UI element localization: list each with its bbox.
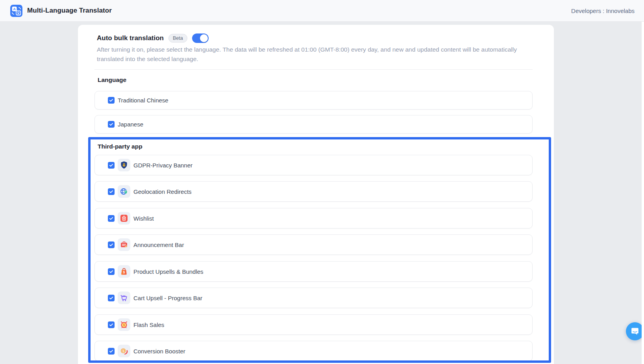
app-row-announcement-bar[interactable]: Announcement Bar	[94, 234, 533, 255]
checkbox-checked-icon[interactable]	[108, 97, 115, 104]
checkbox-checked-icon[interactable]	[108, 268, 115, 275]
shield-lock-icon	[118, 159, 130, 171]
translate-icon: A	[10, 5, 22, 17]
toggle-knob	[200, 34, 208, 42]
language-row-traditional-chinese[interactable]: Traditional Chinese	[94, 91, 533, 110]
app-row-product-upsells-bundles[interactable]: $ Product Upsells & Bundles	[94, 261, 533, 282]
svg-text:$: $	[123, 323, 125, 327]
app-row-wishlist[interactable]: Wishlist	[94, 208, 533, 228]
app-label: GDPR-Privacy Banner	[133, 162, 192, 169]
language-heading: Language	[98, 76, 126, 84]
third-party-heading: Third-party app	[98, 143, 142, 150]
checkbox-checked-icon[interactable]	[108, 162, 115, 169]
language-label: Japanese	[118, 121, 143, 128]
app-label: Cart Upsell - Progress Bar	[133, 295, 202, 301]
auto-bulk-title: Auto bulk translation	[97, 34, 164, 42]
checkbox-checked-icon[interactable]	[108, 348, 115, 355]
app-header: A Multi-Language Translator Developers :…	[0, 0, 644, 22]
checkbox-checked-icon[interactable]	[108, 321, 115, 328]
page-title: Multi-Language Translator	[27, 7, 112, 15]
vertical-scrollbar[interactable]	[642, 22, 644, 364]
app-label: Announcement Bar	[133, 241, 184, 248]
app-row-gdpr-privacy-banner[interactable]: GDPR-Privacy Banner	[94, 155, 533, 175]
upsell-bag-icon: $	[118, 265, 130, 278]
auto-bulk-title-row: Auto bulk translation Beta	[97, 33, 209, 43]
svg-text:$: $	[122, 349, 124, 353]
wishlist-bag-icon	[118, 212, 130, 225]
auto-bulk-description: After turning it on, please select the l…	[97, 45, 533, 64]
alarm-clock-icon: $	[118, 318, 130, 331]
app-label: Wishlist	[133, 215, 154, 222]
auto-bulk-toggle[interactable]	[192, 33, 209, 43]
globe-pin-icon	[118, 185, 130, 198]
beta-badge: Beta	[168, 34, 187, 43]
language-row-japanese[interactable]: Japanese	[94, 115, 533, 134]
messenger-icon	[630, 327, 640, 336]
checkbox-checked-icon[interactable]	[108, 215, 115, 222]
checkbox-checked-icon[interactable]	[108, 121, 115, 128]
app-label: Conversion Booster	[133, 348, 185, 355]
language-label: Traditional Chinese	[118, 97, 168, 104]
announcement-icon	[118, 238, 130, 251]
coin-boost-icon: $	[118, 345, 130, 357]
settings-card: Auto bulk translation Beta After turning…	[78, 25, 554, 364]
cart-icon	[118, 292, 130, 304]
account-label: Developers : Innovelabs	[571, 7, 635, 14]
checkbox-checked-icon[interactable]	[108, 295, 115, 301]
app-label: Flash Sales	[133, 321, 164, 328]
section-divider	[94, 69, 533, 70]
app-row-geolocation-redirects[interactable]: Geolocation Redirects	[94, 181, 533, 202]
checkbox-checked-icon[interactable]	[108, 188, 115, 195]
svg-text:A: A	[13, 7, 16, 11]
app-label: Geolocation Redirects	[133, 188, 192, 195]
app-row-flash-sales[interactable]: $ Flash Sales	[94, 314, 533, 335]
app-row-conversion-booster[interactable]: $ Conversion Booster	[94, 341, 533, 361]
checkbox-checked-icon[interactable]	[108, 241, 115, 248]
svg-text:$: $	[123, 270, 125, 274]
app-label: Product Upsells & Bundles	[133, 268, 204, 275]
app-row-cart-upsell-progress-bar[interactable]: Cart Upsell - Progress Bar	[94, 288, 533, 308]
